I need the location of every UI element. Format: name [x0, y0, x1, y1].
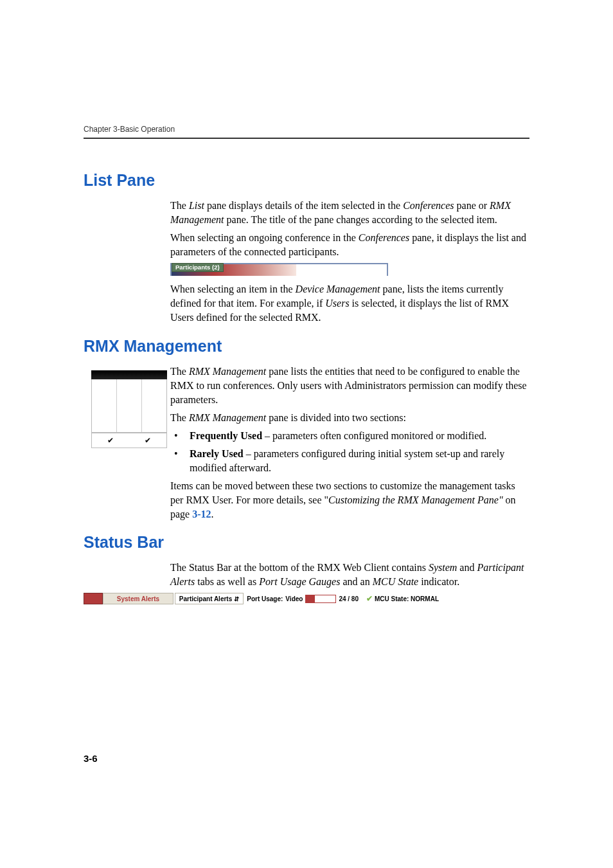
text: and — [457, 562, 477, 573]
text: tabs as well as — [195, 576, 259, 587]
text-italic: Conferences — [403, 200, 454, 211]
bullet-frequently-used: Frequently Used – parameters often confi… — [170, 429, 529, 443]
bullet-rarely-used: Rarely Used – parameters configured duri… — [170, 447, 529, 475]
text: The — [170, 366, 189, 377]
text: The Status Bar at the bottom of the RMX … — [170, 562, 429, 573]
text: and an — [340, 576, 372, 587]
participants-tab-screenshot: Participants (2) — [170, 263, 388, 276]
text-bold: Rarely Used — [190, 448, 244, 459]
rmx-para-3: Items can be moved between these two sec… — [170, 479, 529, 521]
text: pane or — [454, 200, 490, 211]
text-italic: Users — [325, 298, 349, 309]
rmx-para-2: The RMX Management pane is divided into … — [170, 411, 529, 425]
text: The — [170, 200, 189, 211]
port-usage-video-label: Video — [285, 595, 303, 604]
text: – parameters often configured monitored … — [262, 430, 486, 441]
check-icon: ✔ — [366, 595, 373, 602]
text-bold: Frequently Used — [190, 430, 262, 441]
text: pane. The title of the pane changes acco… — [224, 214, 497, 225]
screenshot-col — [142, 379, 166, 432]
checkmark-icon: ✔ — [107, 436, 114, 446]
checkmark-icon: ✔ — [145, 436, 151, 446]
text-italic: Customizing the RMX Management Pane" — [328, 494, 503, 505]
screenshot-col — [117, 379, 142, 432]
text-italic: Port Usage Gauges — [259, 576, 340, 587]
heading-list-pane: List Pane — [84, 171, 529, 190]
participants-tab-label: Participants (2) — [172, 263, 224, 272]
text: When selecting an item in the — [170, 284, 296, 294]
text-italic: Device Management — [296, 284, 380, 294]
cross-reference-link[interactable]: 3-12 — [192, 509, 211, 520]
text: indicator. — [418, 576, 459, 587]
list-pane-para-1: The List pane displays details of the it… — [170, 199, 529, 227]
gauge-fill — [306, 595, 315, 602]
mcu-state-label: MCU State: NORMAL — [375, 595, 439, 604]
red-indicator — [84, 593, 103, 604]
screenshot-bottom-row: ✔ ✔ — [91, 433, 167, 448]
text: pane is divided into two sections: — [266, 412, 406, 423]
text-italic: Conferences — [359, 232, 409, 243]
alerts-icon: ⇵ — [234, 595, 239, 604]
screenshot-titlebar — [91, 370, 167, 379]
text-italic: System — [429, 562, 457, 573]
text: When selecting an ongoing conference in … — [170, 232, 359, 243]
heading-status-bar: Status Bar — [84, 533, 529, 552]
mcu-state-indicator: ✔ MCU State: NORMAL — [362, 593, 443, 604]
text-italic: RMX Management — [189, 366, 266, 377]
participant-alerts-label: Participant Alerts — [179, 595, 232, 604]
screenshot-middle — [91, 379, 167, 433]
port-usage-values: 24 / 80 — [339, 595, 359, 604]
port-usage-label: Port Usage: — [247, 595, 283, 604]
text-italic: RMX Management — [189, 412, 266, 423]
port-usage-gauge — [305, 595, 336, 603]
rmx-para-1: The RMX Management pane lists the entiti… — [170, 365, 529, 407]
text: pane displays details of the item select… — [204, 200, 403, 211]
heading-rmx-management: RMX Management — [84, 337, 529, 356]
page-number: 3-6 — [84, 753, 98, 764]
status-bar-para-1: The Status Bar at the bottom of the RMX … — [170, 561, 529, 589]
system-alerts-tab: System Alerts — [103, 593, 173, 604]
participant-alerts-tab: Participant Alerts ⇵ — [175, 593, 244, 604]
running-header: Chapter 3-Basic Operation — [84, 125, 529, 134]
port-usage-section: Port Usage: Video 24 / 80 — [244, 593, 362, 604]
list-pane-para-2: When selecting an ongoing conference in … — [170, 231, 529, 259]
text: . — [211, 509, 214, 520]
list-pane-para-3: When selecting an item in the Device Man… — [170, 282, 529, 325]
text: The — [170, 412, 189, 423]
status-bar-screenshot: System Alerts Participant Alerts ⇵ Port … — [84, 593, 443, 604]
rmx-management-screenshot: ✔ ✔ — [91, 370, 167, 448]
header-divider — [84, 138, 529, 139]
text-italic: List — [189, 200, 204, 211]
screenshot-col — [92, 379, 117, 432]
text-italic: MCU State — [373, 576, 419, 587]
rmx-bullet-list: Frequently Used – parameters often confi… — [170, 429, 529, 475]
